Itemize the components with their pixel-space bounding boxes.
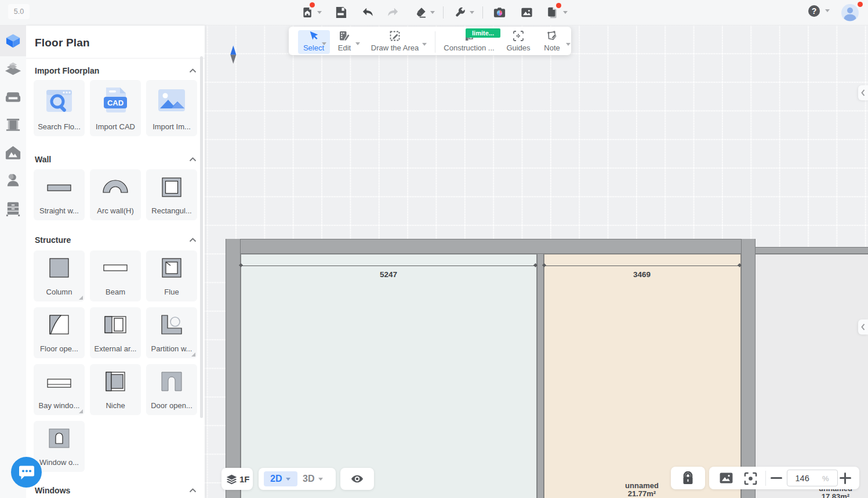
svg-text:?: ?	[812, 6, 817, 16]
svg-text:CAD: CAD	[107, 99, 124, 107]
